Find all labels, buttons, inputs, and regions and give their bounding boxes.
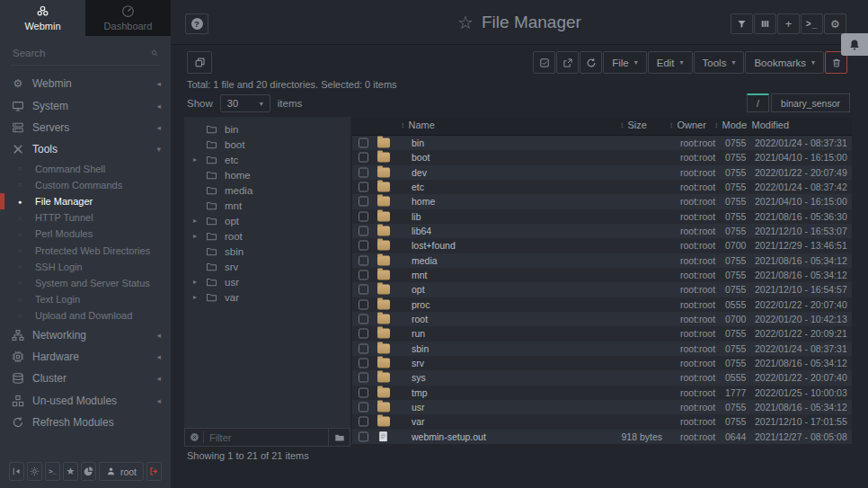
row-checkbox[interactable] (359, 241, 368, 251)
columns-button[interactable] (754, 13, 776, 34)
row-checkbox[interactable] (359, 417, 368, 427)
sidebar-item-refresh-modules[interactable]: Refresh Modules (0, 412, 171, 433)
tree-item-boot[interactable]: boot (184, 137, 350, 152)
table-row-etc[interactable]: etcroot:root07552022/01/24 - 08:37:42 (352, 180, 852, 194)
sidebar-item-text-login[interactable]: ○Text Login (0, 291, 171, 307)
user-button[interactable]: root (99, 462, 144, 481)
row-checkbox[interactable] (359, 403, 368, 413)
sidebar-item-http-tunnel[interactable]: ○HTTP Tunnel (0, 209, 171, 226)
column-header-name[interactable]: ↕Name (401, 120, 435, 130)
tree-item-etc[interactable]: ▸etc (184, 152, 350, 167)
row-checkbox[interactable] (359, 329, 368, 339)
column-header-size[interactable]: ↕Size (620, 120, 647, 130)
row-checkbox[interactable] (359, 431, 368, 441)
row-checkbox[interactable] (359, 271, 368, 280)
tree-item-sbin[interactable]: sbin (184, 244, 350, 259)
plus-button[interactable]: + (777, 13, 800, 34)
filter-input[interactable]: Filter (209, 432, 328, 443)
table-row-tmp[interactable]: tmproot:root17772022/01/25 - 10:00:03 (352, 386, 852, 400)
new-tab-button[interactable] (187, 51, 212, 74)
row-checkbox[interactable] (359, 138, 368, 148)
table-row-sbin[interactable]: sbinroot:root07552022/01/24 - 08:37:31 (352, 342, 852, 356)
tree-item-var[interactable]: ▸var (184, 289, 350, 305)
menu-edit[interactable]: Edit▾ (648, 51, 693, 74)
tree-item-bin[interactable]: bin (184, 121, 350, 137)
table-row-media[interactable]: mediaroot:root07552021/08/16 - 05:34:12 (352, 253, 852, 268)
sidebar-item-file-manager[interactable]: ●File Manager (0, 193, 171, 209)
search-icon[interactable] (151, 48, 158, 58)
table-row-webmin-setup-out[interactable]: webmin-setup.out918 bytesroot:root064420… (352, 430, 852, 444)
tree-item-home[interactable]: home (184, 167, 350, 182)
sidebar-item-servers[interactable]: Servers◂ (0, 117, 171, 138)
row-checkbox[interactable] (359, 285, 368, 295)
table-row-usr[interactable]: usrroot:root07552021/08/16 - 05:34:12 (352, 400, 852, 414)
column-header-modified[interactable]: ↕Modified (744, 120, 789, 130)
tree-item-media[interactable]: media (184, 182, 350, 198)
sidebar-item-ssh-login[interactable]: ○SSH Login (0, 259, 171, 275)
row-checkbox[interactable] (359, 255, 368, 265)
breadcrumb-segment[interactable]: binary_sensor (771, 93, 850, 112)
table-row-opt[interactable]: optroot:root07552021/12/10 - 16:54:57 (352, 282, 852, 297)
table-row-bin[interactable]: binroot:root07552022/01/24 - 08:37:31 (352, 136, 852, 150)
breadcrumb-root[interactable]: / (747, 93, 769, 112)
notifications-button[interactable] (841, 33, 868, 56)
sidebar-item-system[interactable]: System◂ (0, 94, 171, 116)
clear-filter-button[interactable] (185, 432, 203, 442)
table-row-proc[interactable]: procroot:root05552022/01/22 - 20:07:40 (352, 297, 852, 312)
help-button[interactable]: ? (185, 13, 208, 34)
menu-tools[interactable]: Tools▾ (694, 51, 745, 74)
table-row-var[interactable]: varroot:root07552021/12/10 - 17:01:55 (352, 414, 852, 429)
sidebar-item-protected-web-directories[interactable]: ○Protected Web Directories (0, 243, 171, 259)
tree-item-opt[interactable]: ▸opt (184, 213, 350, 228)
row-checkbox[interactable] (359, 197, 368, 207)
row-checkbox[interactable] (359, 359, 368, 368)
tree-item-mnt[interactable]: mnt (184, 198, 350, 213)
table-row-mnt[interactable]: mntroot:root07552021/08/16 - 05:34:12 (352, 268, 852, 282)
sidebar-item-webmin[interactable]: ⚙Webmin◂ (0, 73, 171, 94)
row-checkbox[interactable] (359, 315, 368, 324)
funnel-button[interactable] (731, 13, 753, 34)
tree-item-srv[interactable]: srv (184, 259, 350, 274)
menu-bookmarks[interactable]: Bookmarks▾ (745, 51, 824, 74)
sidebar-item-custom-commands[interactable]: ○Custom Commands (0, 177, 171, 193)
row-checkbox[interactable] (359, 373, 368, 383)
row-checkbox[interactable] (359, 343, 368, 353)
tree-folder-button[interactable] (328, 429, 350, 446)
sidebar-item-command-shell[interactable]: ○Command Shell (0, 161, 171, 177)
star-button[interactable]: ★ (63, 462, 78, 481)
row-checkbox[interactable] (359, 211, 368, 221)
column-header-mode[interactable]: ↕Mode (714, 120, 747, 130)
row-checkbox[interactable] (359, 182, 368, 192)
tree-item-root[interactable]: ▸root (184, 228, 350, 244)
row-checkbox[interactable] (359, 299, 368, 309)
sidebar-item-un-used-modules[interactable]: Un-used Modules◂ (0, 390, 171, 412)
search-input[interactable] (13, 48, 151, 58)
menu-file[interactable]: File▾ (603, 51, 647, 74)
table-row-boot[interactable]: bootroot:root07552021/04/10 - 16:15:00 (352, 150, 852, 164)
table-row-dev[interactable]: devroot:root07552022/01/22 - 20:07:49 (352, 165, 852, 180)
row-checkbox[interactable] (359, 226, 368, 236)
sidebar-item-system-and-server-status[interactable]: ○System and Server Status (0, 275, 171, 291)
export-button[interactable] (556, 51, 579, 74)
row-checkbox[interactable] (359, 153, 368, 163)
sun-button[interactable] (27, 462, 42, 481)
pie-button[interactable] (81, 462, 96, 481)
tab-dashboard[interactable]: Dashboard (85, 0, 171, 36)
table-row-run[interactable]: runroot:root07552022/01/22 - 20:09:21 (352, 326, 852, 341)
tab-webmin[interactable]: Webmin (0, 0, 85, 36)
selectall-button[interactable] (533, 51, 555, 74)
table-row-root[interactable]: rootroot:root07002022/01/20 - 10:42:13 (352, 312, 852, 326)
table-row-lost-found[interactable]: lost+foundroot:root07002021/12/29 - 13:4… (352, 238, 852, 253)
tree-item-usr[interactable]: ▸usr (184, 274, 350, 289)
row-checkbox[interactable] (359, 387, 368, 397)
table-row-sys[interactable]: sysroot:root05552022/01/22 - 20:07:40 (352, 370, 852, 385)
sidebar-item-tools[interactable]: Tools▾ (0, 138, 171, 160)
items-per-page-select[interactable]: 30 ▾ (220, 94, 270, 112)
terminal-button[interactable]: >_ (45, 462, 60, 481)
table-row-lib[interactable]: libroot:root07552021/08/16 - 05:36:30 (352, 209, 852, 224)
sidebar-item-upload-and-download[interactable]: ○Upload and Download (0, 307, 171, 324)
row-checkbox[interactable] (359, 167, 368, 177)
table-row-home[interactable]: homeroot:root07552021/04/10 - 16:15:00 (352, 194, 852, 209)
column-header-owner[interactable]: ↕Owner (669, 120, 706, 130)
refresh-button[interactable] (580, 51, 602, 74)
